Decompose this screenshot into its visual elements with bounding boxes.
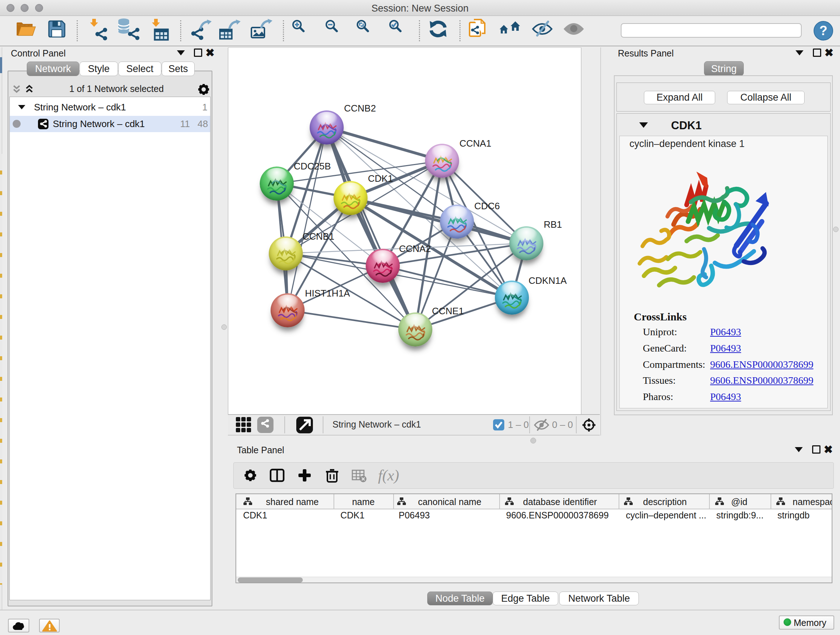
svg-text:?: ? (819, 23, 827, 38)
svg-text:f(x): f(x) (378, 467, 399, 484)
